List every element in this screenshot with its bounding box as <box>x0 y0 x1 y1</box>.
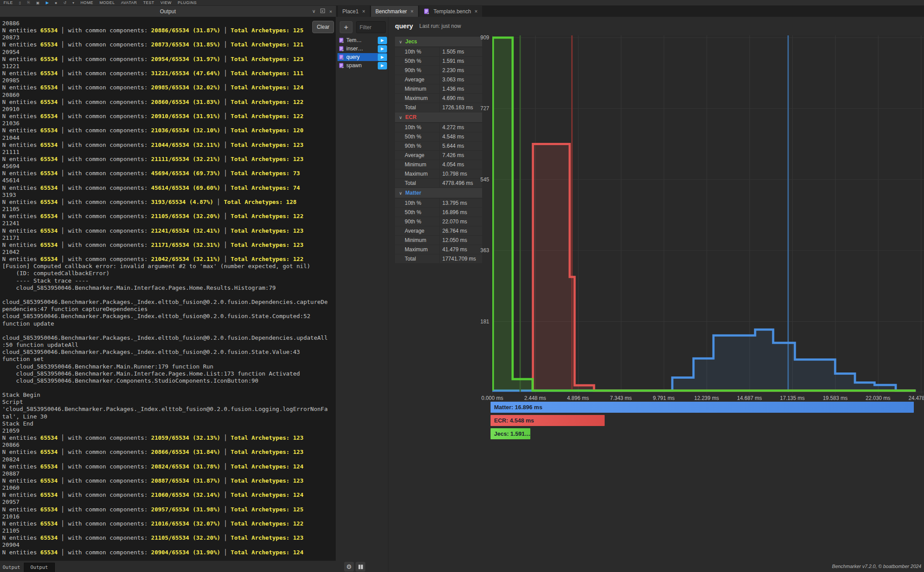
console-line: pendencies:47 function captureDependenci… <box>2 306 336 313</box>
console-line: 20866 <box>2 441 336 449</box>
save-icon[interactable]: ▣ <box>36 1 40 5</box>
open-icon[interactable]: ⎘ <box>27 0 30 5</box>
x-tick-label: 0.000 ms <box>476 395 508 401</box>
output-bottom-label[interactable]: Output <box>0 563 24 572</box>
console-line: 'cloud_5853950046.Benchmarker.Packages._… <box>2 406 336 413</box>
stat-row: Total 1726.163 ms <box>395 103 482 112</box>
section-header[interactable]: ∨ Matter <box>395 188 482 198</box>
list-item-inser[interactable]: inser… ▶ <box>337 45 387 53</box>
console-line: [Fusion] Computed callback error: invali… <box>2 263 336 270</box>
console-line: 21241 <box>2 220 336 227</box>
tab-template-bench[interactable]: Template.bench × <box>419 6 482 17</box>
tab-close-icon[interactable]: × <box>410 8 414 15</box>
tab-close-icon[interactable]: × <box>362 8 365 15</box>
run-benchmark-button[interactable]: ▶ <box>378 37 387 44</box>
add-benchmark-button[interactable]: + <box>340 21 353 33</box>
stat-row: 90th % 2.230 ms <box>395 66 482 75</box>
console-line: 21036 <box>2 120 336 127</box>
histogram-plot <box>492 35 924 394</box>
section-header[interactable]: ∨ Jecs <box>395 37 482 46</box>
dropdown-caret-icon[interactable]: ▾ <box>73 1 74 5</box>
console-line: N entities 65534 │ with common component… <box>2 113 336 120</box>
output-bottom-tab[interactable]: Output <box>24 563 55 572</box>
x-tick-label: 19.583 ms <box>819 395 851 401</box>
x-tick-label: 12.239 ms <box>691 395 723 401</box>
x-tick-label: 7.343 ms <box>605 395 637 401</box>
console-line: 21059 <box>2 427 336 434</box>
list-item-Tem[interactable]: Tem… ▶ <box>337 36 387 44</box>
menu-file[interactable]: FILE <box>4 0 13 5</box>
play-icon[interactable]: ▶ <box>46 0 49 5</box>
legend-bar: Matter: 16.896 ms <box>491 402 914 413</box>
tab-benchmarker[interactable]: Benchmarker × <box>371 6 418 17</box>
book-icon[interactable] <box>356 562 365 572</box>
stat-row: Minimum 12.050 ms <box>395 236 482 245</box>
x-tick-label: 14.687 ms <box>733 395 765 401</box>
menu-test[interactable]: TEST <box>143 0 154 5</box>
console-line: (ID: computedCallbackError) <box>2 270 336 277</box>
panel-close-icon[interactable]: × <box>330 9 332 14</box>
histogram-svg <box>492 35 924 394</box>
stat-row: 90th % 22.070 ms <box>395 217 482 226</box>
y-tick-label: 727 <box>472 105 489 111</box>
menu-avatar[interactable]: AVATAR <box>121 0 137 5</box>
stats-section-jecs: ∨ Jecs 10th % 1.505 ms 50th % 1.591 ms 9… <box>395 37 482 112</box>
new-file-icon[interactable]: ▯ <box>19 1 21 5</box>
console-line: cloud_5853950046.Benchmarker.Main.Interf… <box>2 370 336 377</box>
output-console[interactable]: 20886N entities 65534 │ with common comp… <box>0 17 336 560</box>
console-line: function set <box>2 356 336 363</box>
output-panel-title: Output <box>160 8 176 15</box>
menu-plugins[interactable]: PLUGINS <box>178 0 197 5</box>
chevron-down-icon: ∨ <box>399 39 402 44</box>
tab-close-icon[interactable]: × <box>475 8 478 15</box>
script-icon <box>339 38 345 43</box>
console-line: cloud_5853950046.Benchmarker.Packages._I… <box>2 334 336 342</box>
console-line: N entities 65534 │ with common component… <box>2 70 336 77</box>
console-line: 3193 <box>2 192 336 199</box>
x-tick-label: 9.791 ms <box>648 395 680 401</box>
list-item-query[interactable]: query ▶ <box>337 53 387 61</box>
menu-view[interactable]: VIEW <box>161 0 172 5</box>
panel-dock-icon[interactable] <box>320 8 325 14</box>
x-tick-label: 17.135 ms <box>776 395 808 401</box>
gear-icon[interactable]: ⚙ <box>344 562 354 572</box>
stat-row: 50th % 16.896 ms <box>395 208 482 217</box>
stats-section-matter: ∨ Matter 10th % 13.795 ms 50th % 16.896 … <box>395 188 482 263</box>
menu-home[interactable]: HOME <box>81 0 93 5</box>
run-benchmark-button[interactable]: ▶ <box>378 62 387 69</box>
console-line: ---- Stack trace ---- <box>2 277 336 284</box>
run-benchmark-button[interactable]: ▶ <box>378 45 387 53</box>
console-line: N entities 65534 │ with common component… <box>2 170 336 177</box>
console-line: N entities 65534 │ with common component… <box>2 434 336 441</box>
filter-input[interactable] <box>356 21 386 33</box>
menu-model[interactable]: MODEL <box>100 0 115 5</box>
y-tick-label: 181 <box>472 319 489 325</box>
console-line: 20824 <box>2 456 336 463</box>
stat-row: Total 17741.709 ms <box>395 254 482 263</box>
console-line: function update <box>2 320 336 327</box>
chart-legend: Matter: 16.896 msECR: 4.548 msJecs: 1.59… <box>491 402 914 441</box>
console-line: 20886 <box>2 20 336 27</box>
legend-bar: Jecs: 1.591… <box>491 428 530 439</box>
console-line: Stack Begin <box>2 392 336 399</box>
run-benchmark-button[interactable]: ▶ <box>378 54 387 61</box>
stats-tables: ∨ Jecs 10th % 1.505 ms 50th % 1.591 ms 9… <box>395 37 482 264</box>
console-line: N entities 65534 │ with common component… <box>2 506 336 513</box>
section-header[interactable]: ∨ ECR <box>395 112 482 122</box>
tab-place1[interactable]: Place1 × <box>338 6 370 17</box>
console-line: N entities 65534 │ with common component… <box>2 56 336 63</box>
list-item-spawn[interactable]: spawn ▶ <box>337 61 387 69</box>
clear-button[interactable]: Clear <box>312 21 334 33</box>
console-line: N entities 65534 │ with common component… <box>2 199 336 206</box>
stat-row: Minimum 1.436 ms <box>395 84 482 93</box>
stat-row: Average 7.426 ms <box>395 151 482 160</box>
console-line: 45614 <box>2 177 336 184</box>
undo-icon[interactable]: ↺ <box>63 1 66 5</box>
x-tick-label: 2.448 ms <box>519 395 551 401</box>
stop-icon[interactable]: ■ <box>55 1 57 5</box>
panel-collapse-icon[interactable]: ∨ <box>312 8 316 14</box>
benchmarker-pane: + Tem… ▶ inser… ▶ query ▶ s <box>336 17 924 572</box>
console-line: 20957 <box>2 499 336 506</box>
stat-row: 10th % 1.505 ms <box>395 47 482 56</box>
console-line: N entities 65534 │ with common component… <box>2 227 336 234</box>
